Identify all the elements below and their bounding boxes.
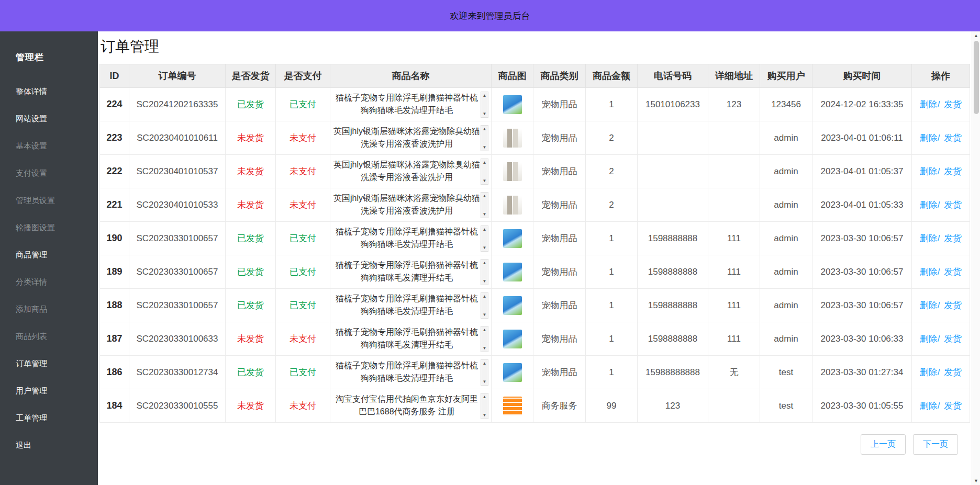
scroll-down-icon[interactable]: ▼: [483, 178, 487, 183]
scroll-up-icon[interactable]: ▲: [483, 227, 487, 232]
scroll-up-icon[interactable]: ▲: [483, 261, 487, 265]
sidebar-item[interactable]: 整体详情: [0, 78, 98, 105]
ship-link[interactable]: 发货: [944, 99, 962, 109]
scrollbar-up-icon[interactable]: ▲: [972, 31, 980, 40]
product-name-textarea[interactable]: 淘宝支付宝信用代拍闲鱼京东好友阿里巴巴1688代商务服务 注册▲▼: [333, 393, 488, 419]
ship-link[interactable]: 发货: [944, 300, 962, 310]
product-category: 宠物用品: [533, 222, 586, 255]
textarea-scrollbar[interactable]: ▲▼: [481, 159, 488, 185]
actions-cell: 删除/ 发货: [912, 322, 970, 356]
textarea-scrollbar[interactable]: ▲▼: [481, 192, 488, 218]
scroll-down-icon[interactable]: ▼: [483, 212, 487, 217]
scroll-down-icon[interactable]: ▼: [483, 245, 487, 250]
scroll-up-icon[interactable]: ▲: [483, 294, 487, 299]
product-name-textarea[interactable]: 英国jhly银渐层猫咪沐浴露宠物除臭幼猫洗澡专用浴液香波洗护用▲▼: [333, 192, 488, 218]
textarea-scrollbar[interactable]: ▲▼: [481, 393, 488, 419]
sidebar-item[interactable]: 商品列表: [0, 323, 98, 350]
delete-link[interactable]: 删除: [920, 233, 938, 243]
sidebar-item[interactable]: 订单管理: [0, 350, 98, 377]
scroll-down-icon[interactable]: ▼: [483, 346, 487, 351]
delete-link[interactable]: 删除: [920, 166, 938, 176]
textarea-scrollbar[interactable]: ▲▼: [481, 92, 488, 118]
scroll-down-icon[interactable]: ▼: [483, 312, 487, 317]
ship-link[interactable]: 发货: [944, 267, 962, 277]
scroll-up-icon[interactable]: ▲: [483, 194, 487, 198]
textarea-scrollbar[interactable]: ▲▼: [481, 225, 488, 252]
product-name-textarea[interactable]: 英国jhly银渐层猫咪沐浴露宠物除臭幼猫洗澡专用浴液香波洗护用▲▼: [333, 159, 488, 185]
table-header: ID订单编号是否发货是否支付商品名称商品图商品类别商品金额电话号码详细地址购买用…: [100, 64, 970, 88]
product-name-text: 猫梳子宠物专用除浮毛刷撸猫神器针梳狗狗猫咪毛发清理开结毛: [333, 292, 481, 319]
main-content: 订单管理 ID订单编号是否发货是否支付商品名称商品图商品类别商品金额电话号码详细…: [98, 31, 972, 485]
product-name-textarea[interactable]: 猫梳子宠物专用除浮毛刷撸猫神器针梳狗狗猫咪毛发清理开结毛▲▼: [333, 259, 488, 285]
sidebar-item[interactable]: 添加商品: [0, 296, 98, 323]
purchase-time: 2023-03-30 10:06:57: [812, 255, 912, 289]
textarea-scrollbar[interactable]: ▲▼: [481, 359, 488, 386]
column-header: 是否发货: [226, 64, 276, 88]
pay-status: 未支付: [276, 188, 330, 222]
sidebar-item[interactable]: 退出: [0, 432, 98, 459]
page-scrollbar[interactable]: ▲ ▼: [972, 31, 980, 485]
scroll-up-icon[interactable]: ▲: [483, 160, 487, 165]
sidebar-item[interactable]: 支付设置: [0, 160, 98, 187]
delete-link[interactable]: 删除: [920, 267, 938, 277]
scroll-down-icon[interactable]: ▼: [483, 379, 487, 384]
order-row: 187SC20230330100633未发货未支付猫梳子宠物专用除浮毛刷撸猫神器…: [100, 322, 970, 356]
sidebar-item[interactable]: 管理员设置: [0, 187, 98, 214]
ship-link[interactable]: 发货: [944, 166, 962, 176]
delete-link[interactable]: 删除: [920, 300, 938, 310]
delete-link[interactable]: 删除: [920, 200, 938, 210]
ship-link[interactable]: 发货: [944, 334, 962, 344]
scroll-down-icon[interactable]: ▼: [483, 145, 487, 150]
product-name-cell: 猫梳子宠物专用除浮毛刷撸猫神器针梳狗狗猫咪毛发清理开结毛▲▼: [330, 322, 492, 356]
textarea-scrollbar[interactable]: ▲▼: [481, 326, 488, 352]
product-name-textarea[interactable]: 猫梳子宠物专用除浮毛刷撸猫神器针梳狗狗猫咪毛发清理开结毛▲▼: [333, 292, 488, 319]
buyer-user: admin: [760, 255, 812, 289]
next-page-button[interactable]: 下一页: [913, 434, 958, 455]
scroll-up-icon[interactable]: ▲: [483, 394, 487, 399]
scroll-down-icon[interactable]: ▼: [483, 413, 487, 418]
scrollbar-thumb[interactable]: [974, 41, 979, 114]
scroll-up-icon[interactable]: ▲: [483, 127, 487, 131]
scrollbar-down-icon[interactable]: ▼: [972, 477, 980, 485]
textarea-scrollbar[interactable]: ▲▼: [481, 125, 488, 151]
delete-link[interactable]: 删除: [920, 133, 938, 143]
scroll-up-icon[interactable]: ▲: [483, 328, 487, 332]
order-row: 190SC20230330100657已发货已支付猫梳子宠物专用除浮毛刷撸猫神器…: [100, 222, 970, 255]
sidebar-item[interactable]: 商品管理: [0, 241, 98, 268]
product-name-textarea[interactable]: 猫梳子宠物专用除浮毛刷撸猫神器针梳狗狗猫咪毛发清理开结毛▲▼: [333, 359, 488, 386]
order-row: 222SC20230401010537未发货未支付英国jhly银渐层猫咪沐浴露宠…: [100, 155, 970, 188]
sidebar-item[interactable]: 工单管理: [0, 404, 98, 432]
order-row: 188SC20230330100657已发货已支付猫梳子宠物专用除浮毛刷撸猫神器…: [100, 289, 970, 322]
product-image-cell: [492, 88, 533, 121]
delete-link[interactable]: 删除: [920, 99, 938, 109]
textarea-scrollbar[interactable]: ▲▼: [481, 292, 488, 319]
pay-status: 未支付: [276, 322, 330, 356]
purchase-time: 2023-03-30 01:05:55: [812, 389, 912, 423]
scroll-up-icon[interactable]: ▲: [483, 361, 487, 366]
product-name-textarea[interactable]: 猫梳子宠物专用除浮毛刷撸猫神器针梳狗狗猫咪毛发清理开结毛▲▼: [333, 225, 488, 252]
sidebar-item[interactable]: 用户管理: [0, 377, 98, 404]
product-name-textarea[interactable]: 猫梳子宠物专用除浮毛刷撸猫神器针梳狗狗猫咪毛发清理开结毛▲▼: [333, 326, 488, 352]
scroll-up-icon[interactable]: ▲: [483, 93, 487, 98]
textarea-scrollbar[interactable]: ▲▼: [481, 259, 488, 285]
scroll-down-icon[interactable]: ▼: [483, 111, 487, 116]
product-name-textarea[interactable]: 英国jhly银渐层猫咪沐浴露宠物除臭幼猫洗澡专用浴液香波洗护用▲▼: [333, 125, 488, 151]
sidebar-item[interactable]: 轮播图设置: [0, 214, 98, 241]
delete-link[interactable]: 删除: [920, 334, 938, 344]
ship-link[interactable]: 发货: [944, 233, 962, 243]
column-header: 购买用户: [760, 64, 812, 88]
sidebar-item[interactable]: 基本设置: [0, 132, 98, 160]
scroll-down-icon[interactable]: ▼: [483, 279, 487, 284]
ship-link[interactable]: 发货: [944, 200, 962, 210]
product-name-textarea[interactable]: 猫梳子宠物专用除浮毛刷撸猫神器针梳狗狗猫咪毛发清理开结毛▲▼: [333, 92, 488, 118]
sidebar-item[interactable]: 分类详情: [0, 268, 98, 296]
ship-link[interactable]: 发货: [944, 367, 962, 377]
delete-link[interactable]: 删除: [920, 401, 938, 411]
action-separator: /: [938, 133, 940, 143]
delete-link[interactable]: 删除: [920, 367, 938, 377]
phone-number: 1598888888: [638, 289, 708, 322]
ship-link[interactable]: 发货: [944, 133, 962, 143]
sidebar-item[interactable]: 网站设置: [0, 105, 98, 132]
prev-page-button[interactable]: 上一页: [861, 434, 906, 455]
ship-link[interactable]: 发货: [944, 401, 962, 411]
